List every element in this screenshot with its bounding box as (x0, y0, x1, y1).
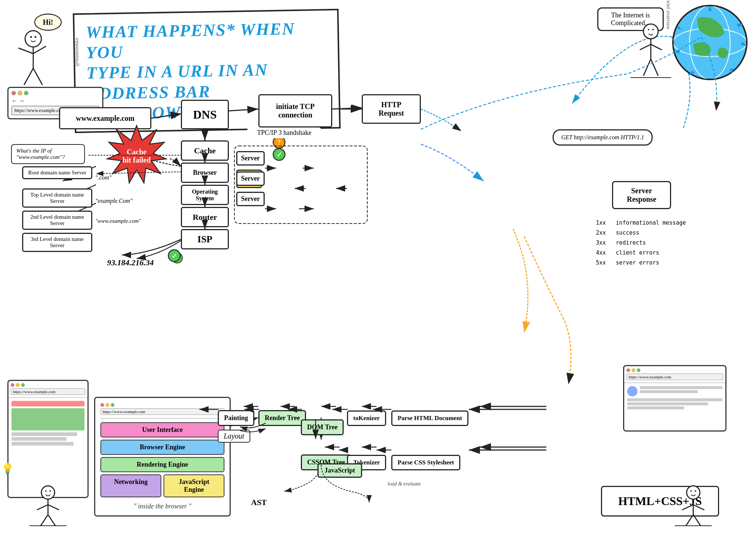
inside-browser-url[interactable]: https://www.example.com (100, 408, 224, 415)
svg-text:hit failed: hit failed (123, 156, 151, 164)
svg-point-69 (41, 486, 55, 499)
close-dot (11, 91, 16, 95)
engine-layer: Browser Engine (100, 440, 224, 455)
cache-box: Cache (181, 140, 229, 161)
server-response-box: Server Response (612, 181, 671, 209)
svg-line-74 (48, 505, 59, 510)
svg-text:?: ? (278, 139, 281, 146)
router-box: Router (181, 207, 229, 227)
svg-point-38 (30, 36, 32, 38)
svg-line-85 (693, 515, 701, 526)
isp-box: ISP (181, 229, 229, 249)
svg-point-22 (168, 250, 180, 262)
render-tree-box: Render Tree (258, 410, 306, 426)
rendering-layer: Rendering Engine (100, 457, 224, 472)
third-level-dns: 3rd Level domain name Server (22, 233, 92, 252)
svg-point-71 (49, 490, 51, 492)
tokenizer-top-box: toKenizer (347, 410, 386, 426)
svg-text:✓: ✓ (276, 151, 282, 159)
minimize-dot (18, 91, 22, 95)
svg-text:✓: ✓ (172, 252, 177, 260)
svg-point-26 (273, 149, 285, 160)
svg-point-37 (25, 31, 41, 47)
tcp-box: initiate TCP connection (258, 94, 332, 127)
os-box: Operating System (181, 185, 229, 205)
svg-text:Hi!: Hi! (43, 18, 53, 26)
browser-cache-box: Browser (181, 163, 229, 183)
svg-line-76 (48, 515, 55, 526)
javascript-label: JavaScript (317, 463, 362, 478)
handshake-row-2: Client ← SYN ACK ← Server (236, 174, 260, 184)
example-com-label: "example.Com" (95, 198, 133, 204)
svg-point-79 (690, 490, 692, 492)
bottom-browser-url-right[interactable]: https://www.example.com (626, 374, 723, 380)
handshake-row-3: Client → ACK → Server (236, 194, 260, 204)
inside-browser-box: https://www.example.com User Interface B… (94, 397, 231, 517)
root-dns: Root domain name Server (22, 166, 92, 179)
ast-label: AST (251, 498, 267, 507)
bottom-stick-right (675, 483, 712, 528)
handshake-label: TPC/IP 3 handshake (247, 127, 321, 138)
svg-line-44 (33, 68, 42, 85)
browser-dots (11, 91, 99, 95)
load-evaluate-label: load & evaluate (388, 481, 421, 487)
bottom-stick-left (30, 483, 66, 528)
dns-question: What's the IP of "www.example.com"? (11, 144, 85, 164)
status-2xx: 2xx success (596, 228, 686, 238)
status-1xx: 1xx informational message (596, 218, 686, 228)
svg-point-8 (172, 253, 182, 263)
svg-line-73 (37, 505, 48, 510)
js-engine-layer: JavaScript Engine (164, 474, 224, 497)
expand-dot (24, 91, 28, 95)
status-4xx: 4xx client errors (596, 248, 686, 258)
handshake-row-1: Client → SYN → Server (236, 153, 260, 163)
dns-box: DNS (181, 100, 229, 129)
svg-point-78 (687, 486, 700, 499)
second-level-dns: 2nd Level domain name Server (22, 211, 92, 230)
bottom-browser-left: https://www.example.com 💡 (7, 380, 89, 498)
svg-line-50 (640, 44, 651, 50)
svg-point-39 (35, 36, 37, 38)
svg-line-52 (643, 59, 651, 76)
handshake-rows: Client → SYN → Server Client ← SYN ACK ←… (236, 153, 260, 208)
server-box-2: Server (236, 171, 265, 186)
svg-line-53 (651, 59, 658, 76)
svg-point-80 (695, 490, 696, 492)
stick-figure-right (630, 11, 671, 85)
parse-html-box: Parse HTML Document (391, 410, 468, 426)
status-5xx: 5xx server errors (596, 258, 686, 268)
svg-line-51 (651, 44, 662, 50)
svg-line-43 (24, 68, 33, 85)
svg-line-84 (686, 515, 693, 526)
www-example-com-label: "www.example.com" (95, 218, 141, 224)
painting-box: Painting (218, 410, 254, 426)
parse-css-box: Parse CSS Stylesheet (391, 455, 460, 470)
inside-browser-label: " inside the browser " (100, 502, 224, 510)
bottom-browser-url-left[interactable]: https://www.example.com (11, 388, 85, 395)
http-request-box: HTTP Request (362, 94, 421, 124)
networking-layer: Networking (100, 474, 161, 497)
stick-figure-left: Hi! (11, 11, 66, 92)
svg-text:Cache: Cache (127, 148, 146, 156)
top-level-dns: Top Level domain name Server (22, 188, 92, 208)
ip-address: 93.184.216.34 (107, 258, 154, 268)
dom-tree-box: DOM Tree (301, 419, 344, 435)
lightbulb-icon: 💡 (1, 463, 14, 475)
svg-point-46 (643, 24, 658, 39)
status-3xx: 3xx redirects (596, 238, 686, 248)
bottom-browser-right: https://www.example.com (623, 365, 726, 432)
svg-line-41 (18, 48, 33, 54)
svg-line-75 (41, 515, 48, 526)
com-label: ".com" (95, 174, 111, 181)
author-watermark: @manenekko (74, 38, 80, 67)
svg-point-47 (648, 29, 649, 30)
svg-point-48 (652, 29, 654, 30)
ui-layer: User Interface (100, 422, 224, 437)
server-box-1: Server (236, 151, 265, 166)
server-box-3: Server (236, 192, 265, 206)
globe (671, 4, 749, 81)
svg-point-70 (45, 490, 47, 492)
svg-line-83 (693, 505, 704, 510)
svg-line-42 (33, 46, 46, 54)
get-request-cloud: GET http://example.com HTTP/1.1 (553, 129, 653, 146)
